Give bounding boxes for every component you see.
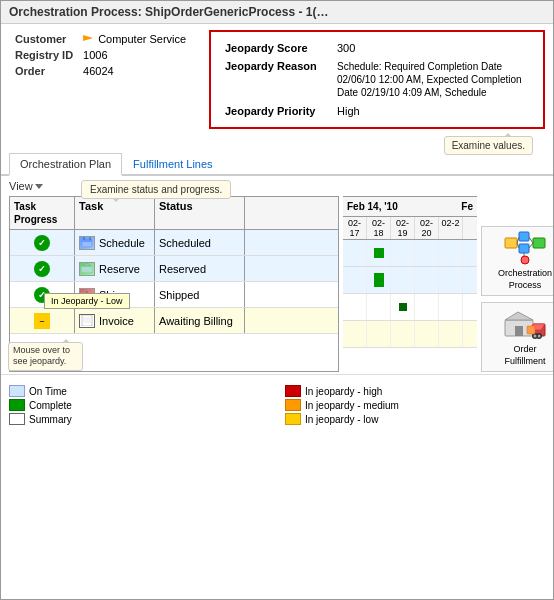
bar-cell: [343, 294, 367, 320]
bar-cell: [343, 267, 367, 293]
orchestration-process-icon: [503, 230, 547, 266]
legend-section: On Time In jeopardy - high Complete In j…: [1, 379, 553, 431]
order-label: Order: [11, 64, 77, 78]
svg-rect-32: [527, 326, 535, 334]
bar-cell: [391, 294, 415, 320]
cell-status: Shipped: [155, 282, 245, 307]
bar-cell: [343, 240, 367, 266]
gantt-bar: [374, 273, 384, 287]
jeopardy-tooltip-popup: In Jeopardy - Low: [44, 293, 130, 309]
bar-cell: [343, 321, 367, 347]
gantt-bar-row: [343, 321, 477, 348]
col-header-task-progress: Task Progress: [10, 197, 75, 229]
orchestration-process-button[interactable]: OrchestrationProcess: [481, 226, 554, 296]
legend-item-jeopardy-medium: In jeopardy - medium: [285, 399, 545, 411]
gantt-sub-header: 02-17 02-18 02-19 02-20 02-2: [343, 217, 477, 240]
bar-cell: [415, 267, 439, 293]
svg-point-30: [534, 335, 537, 338]
order-fulfillment-label: OrderFulfillment: [504, 344, 545, 367]
cell-task: Invoice: [75, 308, 155, 333]
cell-task-progress: – In Jeopardy - Low: [10, 308, 75, 333]
legend-swatch-jeopardy-medium: [285, 399, 301, 411]
bar-cell: [367, 267, 391, 293]
right-panel: OrchestrationProcess OrderFulfillment: [481, 196, 554, 372]
svg-rect-15: [519, 244, 529, 253]
jeopardy-priority-label: Jeopardy Priority: [221, 103, 331, 119]
svg-marker-24: [505, 312, 533, 320]
legend-grid: On Time In jeopardy - high Complete In j…: [9, 385, 545, 425]
gantt-bar: [374, 248, 384, 258]
table-row: ✓ Schedule Scheduled: [10, 230, 338, 256]
legend-item-summary: Summary: [9, 413, 269, 425]
date-col: 02-2: [439, 217, 463, 239]
order-value: 46024: [79, 64, 190, 78]
title-bar: Orchestration Process: ShipOrderGenericP…: [1, 1, 553, 24]
tabs-bar: Orchestration Plan Fulfillment Lines: [1, 153, 553, 176]
legend-item-jeopardy-high: In jeopardy - high: [285, 385, 545, 397]
bar-cell: [391, 321, 415, 347]
customer-label: Customer: [11, 32, 77, 46]
legend-item-ontime: On Time: [9, 385, 269, 397]
gantt-chart: Feb 14, '10 Fe 02-17 02-18 02-19 02-20 0…: [343, 196, 477, 372]
jeopardy-reason-value: Schedule: Required Completion Date 02/06…: [333, 58, 533, 101]
registry-label: Registry ID: [11, 48, 77, 62]
date-col: 02-20: [415, 217, 439, 239]
legend-item-jeopardy-low: In jeopardy - low: [285, 413, 545, 425]
cell-task-progress: ✓: [10, 256, 75, 281]
bar-cell: [439, 321, 463, 347]
svg-rect-13: [505, 238, 517, 248]
tab-orchestration-plan[interactable]: Orchestration Plan: [9, 153, 122, 176]
view-button[interactable]: View: [9, 180, 43, 192]
legend-swatch-jeopardy-high: [285, 385, 301, 397]
gantt-date-header: Feb 14, '10 Fe: [343, 196, 477, 217]
date-col: 02-19: [391, 217, 415, 239]
jeopardy-priority-value: High: [333, 103, 533, 119]
jeopardy-panel: Jeopardy Score 300 Jeopardy Reason Sched…: [209, 30, 545, 129]
date-col: 02-18: [367, 217, 391, 239]
svg-line-19: [529, 237, 533, 243]
jeopardy-tooltip: – In Jeopardy - Low: [34, 313, 50, 329]
left-info-panel: Customer Computer Service Registry ID 10…: [9, 30, 209, 129]
bar-cell: [439, 267, 463, 293]
gantt-bar-row: [343, 294, 477, 321]
gantt-bar-row: [343, 240, 477, 267]
col-header-status: Status: [155, 197, 245, 229]
invoice-task-icon: [79, 314, 95, 328]
date-col: 02-17: [343, 217, 367, 239]
svg-rect-9: [82, 315, 92, 326]
cell-task-progress: ✓: [10, 230, 75, 255]
legend-swatch-ontime: [9, 385, 25, 397]
schedule-task-icon: [79, 236, 95, 250]
tab-fulfillment-lines[interactable]: Fulfillment Lines: [122, 153, 223, 174]
mouse-over-callout: Mouse over to see jeopardy.: [8, 342, 83, 371]
gantt-table: Task Progress Task Status ✓ Schedule Sch…: [9, 196, 339, 372]
bar-cell: [415, 294, 439, 320]
bar-cell: [439, 294, 463, 320]
svg-rect-16: [533, 238, 545, 248]
cell-task: Schedule: [75, 230, 155, 255]
divider: [1, 374, 553, 375]
jeopardy-reason-label: Jeopardy Reason: [221, 58, 331, 101]
legend-swatch-complete: [9, 399, 25, 411]
order-fulfillment-button[interactable]: OrderFulfillment: [481, 302, 554, 372]
jeopardy-score-label: Jeopardy Score: [221, 40, 331, 56]
svg-line-20: [529, 243, 533, 248]
cell-status: Scheduled: [155, 230, 245, 255]
svg-marker-5: [83, 263, 91, 266]
bar-cell: [391, 240, 415, 266]
check-circle-icon: ✓: [34, 235, 50, 251]
examine-status-callout: Examine status and progress.: [81, 180, 231, 199]
flag-icon: [83, 35, 93, 45]
bar-cell: [415, 321, 439, 347]
dropdown-arrow-icon: [35, 184, 43, 189]
table-row: – In Jeopardy - Low Invoice Awaiting Bil…: [10, 308, 338, 334]
bar-cell: [367, 294, 391, 320]
legend-swatch-jeopardy-low: [285, 413, 301, 425]
reserve-task-icon: [79, 262, 95, 276]
customer-value: Computer Service: [79, 32, 190, 46]
bar-cell: [439, 240, 463, 266]
check-circle-icon: ✓: [34, 261, 50, 277]
svg-point-21: [521, 256, 529, 264]
table-row: ✓ Reserve Reserved: [10, 256, 338, 282]
registry-value: 1006: [79, 48, 190, 62]
